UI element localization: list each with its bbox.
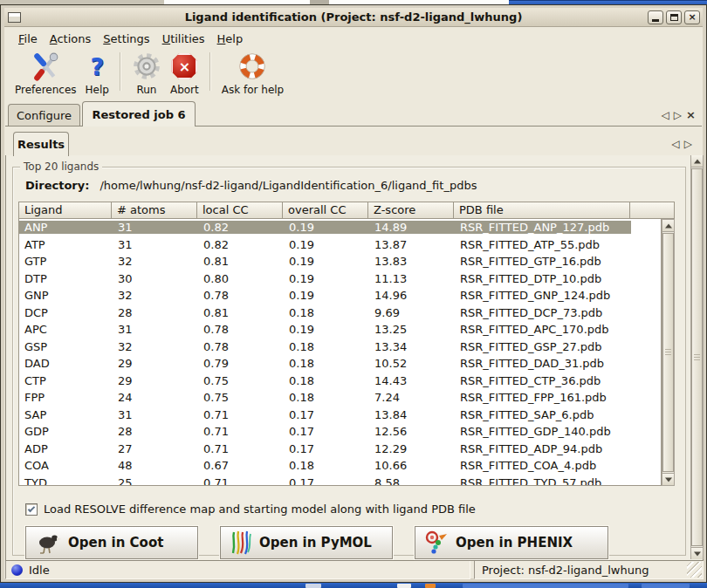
table-cell: RSR_FITTED_GNP_124.pdb — [455, 289, 631, 302]
table-row[interactable]: GNP320.780.1914.96RSR_FITTED_GNP_124.pdb — [19, 287, 661, 304]
table-cell: 0.79 — [198, 357, 284, 370]
table-cell: RSR_FITTED_ADP_94.pdb — [455, 442, 631, 455]
table-row[interactable]: APC310.780.1913.25RSR_FITTED_APC_170.pdb — [19, 321, 661, 338]
table-cell: 31 — [113, 238, 198, 251]
table-body[interactable]: ANP310.820.1914.89RSR_FITTED_ANP_127.pdb… — [18, 219, 662, 486]
table-cell: 0.78 — [198, 323, 284, 336]
top-20-ligands-group: Top 20 ligands Directory:/home/lwhung/ns… — [12, 167, 686, 556]
question-mark-icon: ? — [90, 53, 104, 80]
table-row[interactable]: ANP310.820.1914.89RSR_FITTED_ANP_127.pdb — [19, 219, 661, 236]
menu-actions[interactable]: Actions — [44, 31, 98, 47]
table-row[interactable]: GSP320.780.1813.34RSR_FITTED_GSP_27.pdb — [19, 338, 661, 356]
scroll-down-button[interactable] — [691, 547, 703, 559]
tab-results[interactable]: Results — [13, 132, 69, 156]
table-row[interactable]: CTP290.750.1814.43RSR_FITTED_CTP_36.pdb — [19, 373, 661, 390]
table-cell: 0.19 — [284, 238, 369, 251]
column-header-ligand[interactable]: Ligand — [18, 202, 112, 219]
column-header-atoms[interactable]: # atoms — [112, 202, 197, 219]
checkbox[interactable] — [25, 503, 38, 516]
table-cell: FPP — [19, 391, 113, 404]
table-cell: RSR_FITTED_APC_170.pdb — [455, 323, 631, 336]
table-row[interactable]: DCP280.810.189.69RSR_FITTED_DCP_73.pdb — [19, 304, 661, 322]
menubar: File Actions Settings Utilities Help — [5, 28, 702, 49]
table-cell: 0.78 — [198, 340, 284, 353]
table-cell: 30 — [113, 272, 198, 285]
directory-row: Directory:/home/lwhung/nsf-d2-ligand/Lig… — [25, 179, 477, 192]
table-cell: APC — [19, 323, 113, 336]
table-cell: SAP — [19, 408, 113, 421]
table-cell: RSR_FITTED_SAP_6.pdb — [455, 408, 631, 421]
table-cell: 0.81 — [198, 255, 284, 268]
table-row[interactable]: DTP300.800.1911.13RSR_FITTED_DTP_10.pdb — [19, 270, 661, 288]
panel-scrollbar[interactable] — [690, 155, 704, 559]
table-cell: 0.71 — [198, 408, 284, 421]
table-row[interactable]: GDP280.710.1712.56RSR_FITTED_GDP_140.pdb — [19, 423, 661, 441]
table-cell: RSR_FITTED_DTP_10.pdb — [455, 272, 631, 285]
load-map-option[interactable]: Load RESOLVE difference map and starting… — [25, 503, 476, 516]
menu-help[interactable]: Help — [211, 31, 250, 47]
coot-bird-icon — [35, 531, 61, 554]
main-window: Ligand identification (Project: nsf-d2-l… — [0, 4, 707, 583]
preferences-button[interactable]: Preferences — [15, 51, 77, 96]
scrollbar-thumb[interactable] — [662, 233, 674, 472]
run-button[interactable]: Run — [132, 51, 161, 96]
table-cell: RSR_FITTED_COA_4.pdb — [455, 459, 631, 472]
ask-for-help-button[interactable]: Ask for help — [222, 51, 284, 96]
menu-file[interactable]: File — [12, 31, 44, 47]
tab-prev-arrow-icon[interactable]: ◁ — [672, 138, 680, 150]
menu-settings[interactable]: Settings — [97, 31, 155, 47]
table-row[interactable]: FPP240.750.187.24RSR_FITTED_FPP_161.pdb — [19, 389, 661, 407]
ligand-table: Ligand # atoms local CC overall CC Z-sco… — [18, 202, 675, 486]
project-text: Project: nsf-d2-ligand_lwhung — [482, 564, 649, 577]
resize-grip[interactable] — [687, 562, 702, 578]
table-cell: COA — [19, 459, 113, 472]
column-header-pdb-file[interactable]: PDB file — [454, 202, 630, 219]
table-cell: RSR_FITTED_ATP_55.pdb — [455, 238, 631, 251]
table-cell: 13.34 — [369, 340, 455, 353]
phenix-molecule-icon — [424, 530, 449, 555]
table-cell: 0.18 — [284, 357, 369, 370]
toolbar-separator — [209, 52, 211, 91]
open-in-coot-button[interactable]: Open in Coot — [25, 526, 198, 559]
scroll-down-button[interactable] — [662, 473, 674, 485]
project-field: Project: nsf-d2-ligand_lwhung — [474, 560, 704, 579]
table-row[interactable]: ATP310.820.1913.87RSR_FITTED_ATP_55.pdb — [19, 236, 661, 254]
abort-button[interactable]: × Abort — [170, 51, 199, 96]
table-cell: 0.71 — [198, 425, 284, 438]
tab-close-icon[interactable]: × — [686, 108, 696, 121]
table-row[interactable]: DAD290.790.1810.52RSR_FITTED_DAD_31.pdb — [19, 355, 661, 373]
table-row[interactable]: SAP310.710.1713.84RSR_FITTED_SAP_6.pdb — [19, 407, 661, 424]
taskbar-fragment — [425, 584, 436, 588]
open-in-pymol-button[interactable]: Open in PyMOL — [220, 526, 393, 559]
table-cell: RSR_FITTED_DCP_73.pdb — [455, 306, 631, 319]
help-button[interactable]: ? Help — [86, 51, 109, 96]
table-row[interactable]: COA480.670.1810.66RSR_FITTED_COA_4.pdb — [19, 457, 661, 475]
titlebar[interactable]: Ligand identification (Project: nsf-d2-l… — [4, 8, 703, 27]
column-header-z-score[interactable]: Z-score — [368, 202, 454, 219]
table-row[interactable]: TYD250.710.178.58RSR_FITTED_TYD_57.pdb — [19, 475, 661, 487]
table-scrollbar[interactable] — [662, 219, 675, 486]
table-row[interactable]: ADP270.710.1712.29RSR_FITTED_ADP_94.pdb — [19, 441, 661, 458]
table-cell: ANP — [19, 221, 113, 234]
column-header-overall-cc[interactable]: overall CC — [283, 202, 368, 219]
button-label: Open in Coot — [68, 535, 163, 550]
open-in-phenix-button[interactable]: Open in PHENIX — [415, 526, 608, 559]
tab-configure[interactable]: Configure — [8, 104, 80, 126]
table-row[interactable]: GTP320.810.1913.83RSR_FITTED_GTP_16.pdb — [19, 253, 661, 270]
table-cell: 0.18 — [284, 374, 369, 387]
scroll-up-button[interactable] — [691, 155, 703, 168]
table-cell: 24 — [113, 391, 198, 404]
column-header-empty — [630, 202, 675, 219]
column-header-local-cc[interactable]: local CC — [197, 202, 283, 219]
tab-prev-arrow-icon[interactable]: ◁ — [662, 109, 669, 121]
scrollbar-thumb[interactable] — [691, 168, 703, 546]
tab-restored-job-6[interactable]: Restored job 6 — [82, 101, 196, 126]
table-cell: 28 — [113, 306, 198, 319]
scroll-up-button[interactable] — [662, 220, 674, 232]
taskbar-sliver — [0, 583, 707, 588]
tab-next-arrow-icon[interactable]: ▷ — [684, 138, 692, 150]
tab-next-arrow-icon[interactable]: ▷ — [674, 109, 682, 121]
menu-utilities[interactable]: Utilities — [156, 31, 211, 47]
table-cell: 0.18 — [284, 391, 369, 404]
table-cell: 0.19 — [284, 255, 369, 268]
